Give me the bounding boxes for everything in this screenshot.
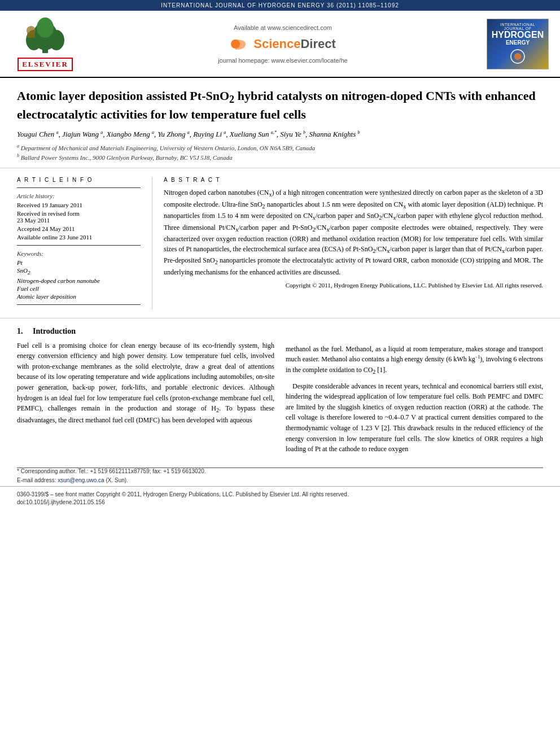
title-section: Atomic layer deposition assisted Pt-SnO2… <box>0 78 560 168</box>
abstract-text: Nitrogen doped carbon nanotubes (CNx) of… <box>164 187 543 277</box>
sciencedirect-logo: ScienceDirect <box>79 34 487 54</box>
email-link[interactable]: xsun@eng.uwo.ca <box>58 477 104 483</box>
journal-header-bar: International Journal of Hydrogen Energy… <box>0 0 560 11</box>
svg-point-4 <box>37 18 54 38</box>
article-info-column: A R T I C L E I N F O Article history: R… <box>17 177 152 309</box>
keywords-label: Keywords: <box>17 250 141 257</box>
accepted-date: Accepted 24 May 2011 <box>17 225 141 232</box>
affiliation-b: b Ballard Power Systems Inc., 9000 Glenl… <box>17 153 543 161</box>
section-number: 1. <box>17 327 23 335</box>
body-section: 1. Introduction Fuel cell is a promising… <box>0 318 560 468</box>
elsevier-logo: ELSEVIER <box>11 16 79 71</box>
footnote-corresponding-text: * Corresponding author. Tel.: +1 519 661… <box>17 468 206 474</box>
journal-thumbnail: International Journal of HYDROGEN ENERGY <box>487 19 549 69</box>
available-at-text: Available at www.sciencedirect.com <box>79 24 487 31</box>
intro-left-text: Fuel cell is a promising choice for clea… <box>17 340 274 426</box>
intro-right-text: methanol as the fuel. Methanol, as a liq… <box>286 327 543 455</box>
elsevier-tree-icon <box>23 16 68 56</box>
divider <box>17 187 141 188</box>
svg-point-9 <box>514 53 521 60</box>
footnote-email-text: E-mail address: xsun@eng.uwo.ca (X. Sun)… <box>17 477 128 483</box>
article-title: Atomic layer deposition assisted Pt-SnO2… <box>17 88 543 123</box>
sciencedirect-brand: ScienceDirect <box>253 37 336 51</box>
divider2 <box>17 245 141 246</box>
intro-section-heading: 1. Introduction <box>17 327 274 336</box>
keyword-pt: Pt <box>17 259 141 266</box>
svg-rect-6 <box>27 32 35 38</box>
divider3 <box>17 304 141 305</box>
keyword-ald: Atomic layer deposition <box>17 293 141 300</box>
top-logo-area: ELSEVIER Available at www.sciencedirect.… <box>0 11 560 78</box>
authors: Yougui Chen a, Jiajun Wang a, Xiangbo Me… <box>17 130 543 139</box>
affiliation-a: a Department of Mechanical and Materials… <box>17 143 543 151</box>
keyword-fuelcell: Fuel cell <box>17 285 141 292</box>
abstract-heading: A B S T R A C T <box>164 177 543 183</box>
revised-date: Received in revised form23 May 2011 <box>17 210 141 224</box>
history-label: Article history: <box>17 193 141 199</box>
sciencedirect-center: Available at www.sciencedirect.com Scien… <box>79 24 487 64</box>
abstract-column: A B S T R A C T Nitrogen doped carbon na… <box>152 177 543 309</box>
footer-section: 0360-3199/$ – see front matter Copyright… <box>0 486 560 510</box>
footer-issn: 0360-3199/$ – see front matter Copyright… <box>17 491 543 497</box>
footer-doi: doi:10.1016/j.ijhydene.2011.05.156 <box>17 499 543 505</box>
sd-leaf-icon <box>230 34 250 54</box>
article-info-heading: A R T I C L E I N F O <box>17 177 141 183</box>
journal-title-bar: International Journal of Hydrogen Energy… <box>161 2 399 8</box>
copyright-text: Copyright © 2011, Hydrogen Energy Public… <box>164 282 543 289</box>
journal-homepage-text: journal homepage: www.elsevier.com/locat… <box>79 57 487 64</box>
article-info-abstract-section: A R T I C L E I N F O Article history: R… <box>0 168 560 318</box>
intro-left-col: 1. Introduction Fuel cell is a promising… <box>17 327 274 459</box>
thumbnail-graph-icon <box>504 48 532 65</box>
keyword-sno2: SnO2 <box>17 267 141 276</box>
available-online: Available online 23 June 2011 <box>17 234 141 241</box>
footnote-corresponding: * Corresponding author. Tel.: +1 519 661… <box>0 468 560 474</box>
section-title: Introduction <box>33 327 76 335</box>
received-date: Received 19 January 2011 <box>17 202 141 208</box>
footnote-email: E-mail address: xsun@eng.uwo.ca (X. Sun)… <box>0 477 560 483</box>
elsevier-brand-label: ELSEVIER <box>18 58 73 71</box>
keyword-ncnt: Nitrogen-doped carbon nanotube <box>17 277 141 284</box>
intro-right-col: methanol as the fuel. Methanol, as a liq… <box>286 327 543 459</box>
